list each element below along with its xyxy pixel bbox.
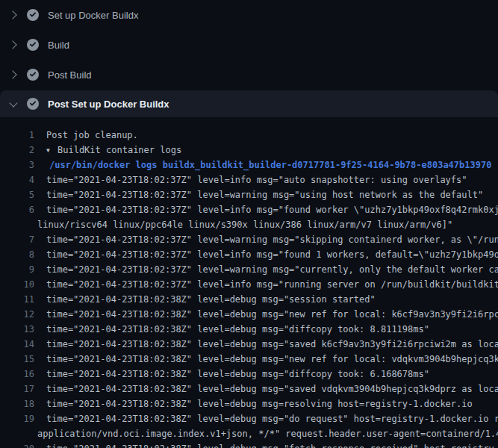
line-number[interactable]: 14	[0, 337, 34, 352]
line-number[interactable]: 15	[0, 352, 34, 367]
log-line: 20time="2021-04-23T18:02:38Z" level=debu…	[0, 441, 498, 448]
log-text: time="2021-04-23T18:02:38Z" level=debug …	[46, 322, 429, 337]
line-number[interactable]: 19	[0, 411, 34, 426]
line-number[interactable]: 4	[0, 172, 34, 187]
log-line: 3/usr/bin/docker logs buildx_buildkit_bu…	[0, 158, 498, 172]
line-number[interactable]: 2	[0, 143, 34, 158]
log-line: 18time="2021-04-23T18:02:38Z" level=debu…	[0, 396, 498, 411]
step-label: Post Set up Docker Buildx	[48, 99, 169, 110]
check-circle-icon	[27, 69, 39, 81]
log-text: time="2021-04-23T18:02:38Z" level=debug …	[46, 411, 498, 426]
line-number[interactable]: 12	[0, 307, 34, 322]
log-text: time="2021-04-23T18:02:37Z" level=info m…	[46, 247, 498, 262]
log-text: time="2021-04-23T18:02:37Z" level=warnin…	[46, 262, 498, 277]
log-text: ▼BuildKit container logs	[46, 143, 181, 158]
step-post-build[interactable]: Post Build	[0, 60, 498, 90]
log-text: linux/riscv64 linux/ppc64le linux/s390x …	[37, 217, 452, 232]
line-number[interactable]: 10	[0, 277, 34, 292]
line-number[interactable]: 1	[0, 128, 34, 143]
chevron-right-icon[interactable]	[7, 9, 19, 21]
chevron-down-icon[interactable]	[7, 98, 19, 110]
log-line: 6time="2021-04-23T18:02:37Z" level=info …	[0, 202, 498, 217]
line-number[interactable]: 3	[0, 158, 34, 172]
step-build[interactable]: Build	[0, 30, 498, 60]
log-text: time="2021-04-23T18:02:38Z" level=debug …	[46, 367, 429, 382]
log-line-continuation: linux/riscv64 linux/ppc64le linux/s390x …	[0, 217, 498, 232]
line-number[interactable]: 13	[0, 322, 34, 337]
step-label: Post Build	[48, 69, 92, 81]
log-text: time="2021-04-23T18:02:38Z" level=debug …	[46, 337, 498, 352]
chevron-right-icon[interactable]	[7, 39, 19, 51]
check-circle-icon	[27, 39, 39, 51]
step-label: Build	[48, 40, 69, 51]
log-text: time="2021-04-23T18:02:37Z" level=info m…	[46, 202, 498, 217]
log-line: 19time="2021-04-23T18:02:38Z" level=debu…	[0, 411, 498, 426]
actions-log-panel: Set up Docker Buildx Build Post Build Po…	[0, 0, 498, 448]
step-list: Set up Docker Buildx Build Post Build Po…	[0, 0, 498, 117]
log-output: 1Post job cleanup.2▼BuildKit container l…	[0, 117, 498, 448]
log-text: time="2021-04-23T18:02:38Z" level=debug …	[46, 396, 473, 411]
log-line: 7time="2021-04-23T18:02:37Z" level=warni…	[0, 232, 498, 247]
log-text: time="2021-04-23T18:02:38Z" level=debug …	[46, 292, 376, 307]
check-circle-icon	[27, 9, 39, 21]
step-label: Set up Docker Buildx	[48, 10, 138, 21]
step-post-set-up-docker-buildx[interactable]: Post Set up Docker Buildx	[0, 90, 498, 117]
log-text: time="2021-04-23T18:02:37Z" level=warnin…	[46, 232, 498, 247]
line-number[interactable]: 8	[0, 247, 34, 262]
line-number[interactable]: 16	[0, 367, 34, 382]
log-line: 4time="2021-04-23T18:02:37Z" level=info …	[0, 172, 498, 187]
log-command-text: /usr/bin/docker logs buildx_buildkit_bui…	[49, 158, 491, 172]
line-number[interactable]: 18	[0, 396, 34, 411]
group-expanded-triangle-icon[interactable]: ▼	[46, 143, 57, 158]
log-line: 12time="2021-04-23T18:02:38Z" level=debu…	[0, 307, 498, 322]
log-line: 16time="2021-04-23T18:02:38Z" level=debu…	[0, 367, 498, 382]
log-line: 2▼BuildKit container logs	[0, 143, 498, 158]
log-line: 13time="2021-04-23T18:02:38Z" level=debu…	[0, 322, 498, 337]
line-number[interactable]: 17	[0, 382, 34, 396]
log-text: time="2021-04-23T18:02:37Z" level=warnin…	[46, 187, 483, 202]
line-number[interactable]: 6	[0, 202, 34, 217]
log-line: 14time="2021-04-23T18:02:38Z" level=debu…	[0, 337, 498, 352]
line-number[interactable]: 7	[0, 232, 34, 247]
step-set-up-docker-buildx[interactable]: Set up Docker Buildx	[0, 0, 498, 30]
line-number[interactable]: 5	[0, 187, 34, 202]
log-line: 10time="2021-04-23T18:02:37Z" level=info…	[0, 277, 498, 292]
log-line: 8time="2021-04-23T18:02:37Z" level=info …	[0, 247, 498, 262]
log-text: time="2021-04-23T18:02:38Z" level=debug …	[46, 307, 498, 322]
line-number[interactable]: 11	[0, 292, 34, 307]
line-number[interactable]: 20	[0, 441, 34, 448]
log-text: time="2021-04-23T18:02:38Z" level=debug …	[46, 441, 498, 448]
log-line: 17time="2021-04-23T18:02:38Z" level=debu…	[0, 382, 498, 396]
log-line: 9time="2021-04-23T18:02:37Z" level=warni…	[0, 262, 498, 277]
log-text: time="2021-04-23T18:02:37Z" level=info m…	[46, 277, 498, 292]
log-text: time="2021-04-23T18:02:37Z" level=info m…	[46, 172, 467, 187]
log-line: 1Post job cleanup.	[0, 128, 498, 143]
log-line: 15time="2021-04-23T18:02:38Z" level=debu…	[0, 352, 498, 367]
log-text: time="2021-04-23T18:02:38Z" level=debug …	[46, 352, 498, 367]
chevron-right-icon[interactable]	[7, 69, 19, 81]
log-line-continuation: application/vnd.oci.image.index.v1+json,…	[0, 426, 498, 441]
check-circle-icon	[27, 98, 39, 110]
log-text: application/vnd.oci.image.index.v1+json,…	[37, 426, 498, 441]
log-line: 11time="2021-04-23T18:02:38Z" level=debu…	[0, 292, 498, 307]
log-text: time="2021-04-23T18:02:38Z" level=debug …	[46, 382, 498, 396]
log-line: 5time="2021-04-23T18:02:37Z" level=warni…	[0, 187, 498, 202]
line-number[interactable]: 9	[0, 262, 34, 277]
log-text: Post job cleanup.	[46, 128, 138, 143]
